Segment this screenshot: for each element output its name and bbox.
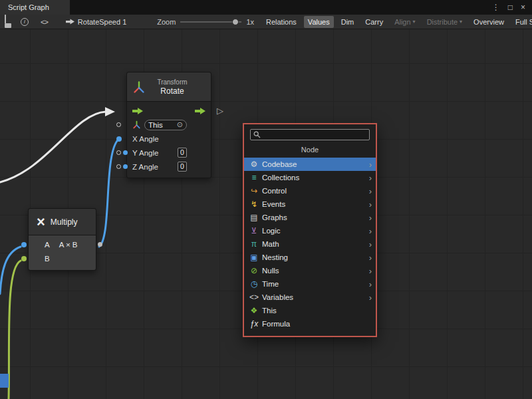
y-angle-type-dot bbox=[123, 150, 128, 155]
align-dropdown[interactable]: Align ▾ bbox=[390, 16, 419, 28]
dim-button[interactable]: Dim bbox=[337, 16, 358, 28]
chevron-right-icon: › bbox=[369, 227, 372, 235]
finder-item-graphs[interactable]: ▤ Graphs › bbox=[244, 211, 376, 224]
graph-name: RotateSpeed 1 bbox=[78, 18, 126, 26]
distribute-dropdown[interactable]: Distribute ▾ bbox=[423, 16, 466, 28]
wire-b-input[interactable] bbox=[9, 261, 21, 399]
node-header[interactable]: Transform Rotate bbox=[127, 72, 211, 102]
search-icon bbox=[253, 131, 261, 138]
node-search-input[interactable] bbox=[263, 131, 366, 139]
info-button[interactable]: i bbox=[16, 15, 33, 29]
z-angle-port-row: Z Angle 0 bbox=[127, 160, 211, 174]
fullscreen-button[interactable]: Full Screen bbox=[511, 16, 532, 28]
graph-reference-breadcrumb[interactable]: RotateSpeed 1 bbox=[66, 18, 126, 26]
finder-item-codebase[interactable]: ⚙ Codebase › bbox=[244, 158, 376, 171]
node-search-box[interactable] bbox=[250, 129, 370, 140]
zoom-slider-knob[interactable] bbox=[232, 19, 239, 25]
this-object-field[interactable]: This ⊙ bbox=[144, 120, 187, 130]
angle-brackets-icon: <> bbox=[249, 293, 259, 302]
multiply-icon: × bbox=[37, 215, 45, 229]
code-view-button[interactable]: <> bbox=[36, 15, 53, 29]
logic-icon: ⊻ bbox=[249, 226, 259, 235]
transform-axes-icon bbox=[132, 120, 141, 129]
graph-toolbar: i <> RotateSpeed 1 Zoom 1x Relations Val… bbox=[0, 15, 532, 29]
info-icon: i bbox=[21, 18, 29, 26]
list-icon: ≡ bbox=[249, 173, 259, 182]
finder-item-control[interactable]: ↪ Control › bbox=[244, 184, 376, 198]
finder-item-variables[interactable]: <> Variables › bbox=[244, 291, 376, 304]
a-port-label: A bbox=[45, 241, 50, 249]
product-output-port[interactable] bbox=[98, 242, 102, 247]
finder-item-formula[interactable]: ƒx Formula bbox=[244, 317, 376, 331]
this-port-row: This ⊙ bbox=[127, 118, 211, 132]
lightning-icon: ↯ bbox=[249, 200, 259, 209]
flow-out-triangle-icon[interactable]: ▷ bbox=[217, 106, 223, 116]
transform-rotate-node[interactable]: Transform Rotate ▷ bbox=[126, 72, 211, 178]
fuzzy-finder-popup: Node ⚙ Codebase › ≡ Collections › ↪ Cont… bbox=[243, 123, 377, 337]
y-angle-value-field[interactable]: 0 bbox=[178, 148, 187, 158]
a-port-row: A A × B bbox=[29, 237, 96, 251]
node-header[interactable]: × Multiply bbox=[29, 209, 96, 235]
values-button[interactable]: Values bbox=[304, 16, 334, 28]
unity-visual-scripting-window: Script Graph ⋮ □ × i <> RotateSpeed 1 Zo… bbox=[0, 0, 532, 399]
tab-script-graph[interactable]: Script Graph bbox=[0, 0, 70, 15]
object-picker-icon[interactable]: ⊙ bbox=[177, 120, 183, 129]
x-angle-input-port[interactable] bbox=[116, 136, 122, 142]
finder-item-this[interactable]: ❖ This bbox=[244, 304, 376, 317]
output-label: A × B bbox=[59, 241, 78, 249]
script-graph-icon bbox=[66, 19, 74, 25]
toolbar-buttons: Relations Values Dim Carry Align ▾ Distr… bbox=[262, 16, 532, 28]
tab-bar: Script Graph ⋮ □ × bbox=[0, 0, 532, 15]
finder-item-nulls[interactable]: ⊘ Nulls › bbox=[244, 264, 376, 277]
chevron-right-icon: › bbox=[369, 200, 372, 209]
finder-item-math[interactable]: π Math › bbox=[244, 237, 376, 251]
zoom-slider[interactable] bbox=[180, 18, 241, 26]
finder-item-events[interactable]: ↯ Events › bbox=[244, 198, 376, 211]
wire-flow-input[interactable] bbox=[0, 112, 106, 182]
offscreen-node-fragment[interactable] bbox=[0, 374, 9, 388]
b-input-port[interactable] bbox=[21, 256, 27, 261]
lock-button[interactable] bbox=[0, 15, 16, 29]
pi-icon: π bbox=[249, 239, 259, 249]
flow-output-arrow-icon[interactable] bbox=[195, 108, 205, 114]
this-field-label: This bbox=[148, 121, 163, 129]
close-icon[interactable]: × bbox=[521, 3, 525, 12]
finder-item-time[interactable]: ◷ Time › bbox=[244, 277, 376, 291]
finder-item-nesting[interactable]: ▣ Nesting › bbox=[244, 251, 376, 264]
null-slash-icon: ⊘ bbox=[249, 266, 259, 275]
kebab-menu-icon[interactable]: ⋮ bbox=[492, 3, 500, 12]
carry-button[interactable]: Carry bbox=[361, 16, 387, 28]
folder-icon: ▤ bbox=[249, 213, 259, 222]
node-category: Transform bbox=[146, 78, 199, 86]
a-input-port[interactable] bbox=[21, 242, 27, 247]
zoom-value: 1x bbox=[246, 18, 254, 26]
gizmo-star-icon: ❖ bbox=[249, 306, 259, 315]
graph-canvas[interactable]: Transform Rotate ▷ bbox=[0, 29, 532, 399]
y-angle-input-port[interactable] bbox=[116, 150, 121, 155]
flow-input-arrow-icon[interactable] bbox=[132, 108, 143, 114]
y-angle-port-row: Y Angle 0 bbox=[127, 146, 211, 160]
this-input-port[interactable] bbox=[116, 122, 121, 127]
finder-item-collections[interactable]: ≡ Collections › bbox=[244, 171, 376, 184]
relations-button[interactable]: Relations bbox=[262, 16, 301, 28]
wire-multiply-to-xangle[interactable] bbox=[99, 141, 117, 247]
chevron-right-icon: › bbox=[369, 253, 372, 262]
multiply-node[interactable]: × Multiply A A × B B bbox=[28, 208, 96, 271]
fx-formula-icon: ƒx bbox=[249, 319, 259, 329]
node-title: Multiply bbox=[51, 217, 78, 227]
maximize-icon[interactable]: □ bbox=[508, 3, 513, 12]
node-title: Rotate bbox=[146, 86, 199, 96]
finder-item-logic[interactable]: ⊻ Logic › bbox=[244, 224, 376, 237]
z-angle-value-field[interactable]: 0 bbox=[178, 162, 187, 172]
z-angle-input-port[interactable] bbox=[116, 164, 121, 169]
y-angle-label: Y Angle bbox=[132, 149, 158, 157]
chevron-down-icon: ▾ bbox=[460, 19, 462, 25]
lock-icon bbox=[5, 15, 11, 28]
code-brackets-icon: <> bbox=[41, 18, 48, 26]
finder-list: ⚙ Codebase › ≡ Collections › ↪ Control ›… bbox=[244, 158, 376, 331]
transform-axes-icon bbox=[132, 80, 146, 94]
b-port-label: B bbox=[45, 255, 50, 263]
overview-button[interactable]: Overview bbox=[469, 16, 508, 28]
chevron-right-icon: › bbox=[369, 267, 372, 275]
branch-icon: ↪ bbox=[249, 186, 259, 196]
